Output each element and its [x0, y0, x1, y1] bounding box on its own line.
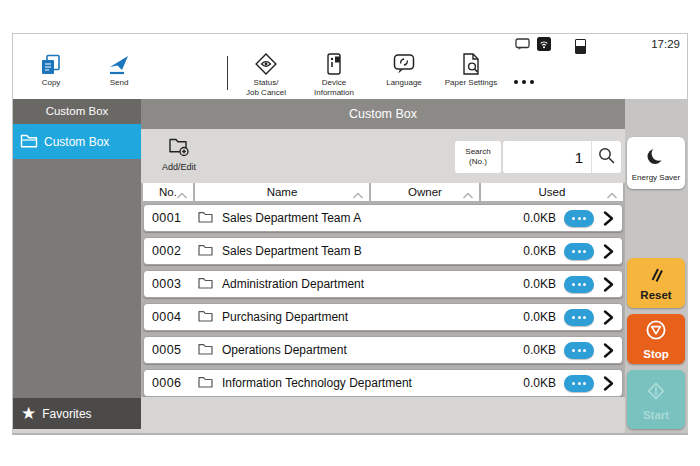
chevron-right-icon	[603, 342, 614, 359]
sidebar-item-label: Custom Box	[44, 135, 109, 149]
toolbar-divider	[227, 56, 228, 90]
box-number: 0003	[152, 277, 198, 291]
start-button[interactable]: Start	[627, 370, 685, 429]
sort-caret-icon	[352, 189, 364, 201]
box-name: Information Technology Department	[222, 376, 412, 390]
folder-icon	[198, 275, 213, 293]
folder-icon	[198, 242, 213, 260]
page-title: Custom Box	[141, 99, 625, 129]
status-indicator-group	[515, 37, 586, 55]
box-number: 0002	[152, 244, 198, 258]
chevron-right-icon	[603, 243, 614, 260]
box-number: 0004	[152, 310, 198, 324]
more-menu-button[interactable]	[514, 80, 534, 84]
add-edit-label: Add/Edit	[151, 162, 207, 172]
box-used-size: 0.0KB	[523, 376, 556, 390]
energy-saver-button[interactable]: Energy Saver	[627, 137, 685, 189]
paper-settings-button[interactable]: Paper Settings	[439, 52, 503, 88]
detail-ellipsis-button[interactable]	[564, 210, 594, 227]
box-list-region: No. Name Owner Used 0001	[141, 183, 625, 397]
folder-icon	[198, 374, 213, 392]
stop-icon	[644, 318, 668, 346]
column-header-name[interactable]: Name	[195, 183, 369, 201]
box-list-item[interactable]: 0005 Operations Department 0.0KB	[143, 336, 623, 364]
detail-ellipsis-button[interactable]	[564, 243, 594, 260]
favorites-label: Favorites	[42, 407, 91, 421]
box-list-item[interactable]: 0004 Purchasing Department 0.0KB	[143, 303, 623, 331]
box-used-size: 0.0KB	[523, 343, 556, 357]
box-name: Administration Department	[222, 277, 364, 291]
search-icon	[597, 146, 616, 169]
detail-ellipsis-button[interactable]	[564, 375, 594, 392]
box-number: 0001	[152, 211, 198, 225]
sidebar-item-custom-box[interactable]: Custom Box	[13, 124, 141, 159]
table-header: No. Name Owner Used	[143, 183, 623, 201]
top-toolbar: 17:29 Copy Send Status/ Job Cancel	[13, 34, 687, 99]
reset-button[interactable]: Reset	[627, 258, 685, 308]
folder-icon	[198, 341, 213, 359]
column-header-no[interactable]: No.	[143, 183, 193, 201]
box-name: Sales Department Team A	[222, 211, 361, 225]
favorites-button[interactable]: ★ Favorites	[13, 398, 141, 429]
add-edit-folder-icon	[151, 137, 207, 161]
box-used-size: 0.0KB	[523, 211, 556, 225]
folder-icon	[198, 308, 213, 326]
search-button[interactable]	[591, 141, 621, 173]
box-name: Operations Department	[222, 343, 347, 357]
box-used-size: 0.0KB	[523, 310, 556, 324]
device-panel: 17:29 Copy Send Status/ Job Cancel	[12, 33, 688, 435]
chevron-right-icon	[603, 210, 614, 227]
add-edit-button[interactable]: Add/Edit	[151, 137, 207, 172]
sidebar-background	[13, 159, 141, 398]
stop-button[interactable]: Stop	[627, 314, 685, 364]
column-header-owner[interactable]: Owner	[371, 183, 479, 201]
box-name: Sales Department Team B	[222, 244, 362, 258]
wifi-icon	[537, 37, 551, 55]
box-used-size: 0.0KB	[523, 277, 556, 291]
star-icon: ★	[21, 405, 36, 422]
detail-ellipsis-button[interactable]	[564, 342, 594, 359]
box-number: 0005	[152, 343, 198, 357]
status-job-cancel-icon	[234, 52, 298, 76]
message-icon	[515, 37, 530, 55]
copy-icon	[19, 52, 83, 76]
box-list: 0001 Sales Department Team A 0.0KB 0002 …	[141, 204, 625, 397]
folder-icon	[20, 133, 38, 151]
column-header-used[interactable]: Used	[481, 183, 623, 201]
sort-caret-icon	[176, 189, 188, 201]
send-button[interactable]: Send	[87, 52, 151, 88]
box-list-item[interactable]: 0001 Sales Department Team A 0.0KB	[143, 204, 623, 232]
sort-caret-icon	[462, 189, 474, 201]
box-used-size: 0.0KB	[523, 244, 556, 258]
chevron-right-icon	[603, 309, 614, 326]
detail-ellipsis-button[interactable]	[564, 309, 594, 326]
language-button[interactable]: Language	[372, 52, 436, 88]
box-list-item[interactable]: 0003 Administration Department 0.0KB	[143, 270, 623, 298]
bottom-left-strip	[13, 429, 141, 433]
moon-icon	[645, 145, 667, 171]
language-icon	[372, 52, 436, 76]
paper-settings-icon	[439, 52, 503, 76]
box-list-item[interactable]: 0006 Information Technology Department 0…	[143, 369, 623, 397]
list-toolbar: Add/Edit Search (No.)	[141, 129, 625, 183]
hard-key-column: Energy Saver Reset Stop Start	[625, 99, 687, 433]
folder-icon	[198, 209, 213, 227]
chevron-right-icon	[603, 276, 614, 293]
copy-button[interactable]: Copy	[19, 52, 83, 88]
box-number: 0006	[152, 376, 198, 390]
box-list-item[interactable]: 0002 Sales Department Team B 0.0KB	[143, 237, 623, 265]
reset-slashes-icon	[646, 266, 666, 287]
start-icon	[644, 379, 668, 407]
device-information-icon	[302, 52, 366, 76]
device-information-button[interactable]: Device Information	[302, 52, 366, 98]
toner-level-icon	[575, 39, 586, 54]
search-no-label: Search (No.)	[455, 141, 501, 173]
screen: 17:29 Copy Send Status/ Job Cancel	[0, 0, 700, 466]
bottom-strip	[141, 397, 625, 433]
sort-caret-icon	[606, 189, 618, 201]
status-job-cancel-button[interactable]: Status/ Job Cancel	[234, 52, 298, 98]
chevron-right-icon	[603, 375, 614, 392]
sidebar-header: Custom Box	[13, 99, 141, 124]
search-input[interactable]	[503, 141, 591, 173]
detail-ellipsis-button[interactable]	[564, 276, 594, 293]
